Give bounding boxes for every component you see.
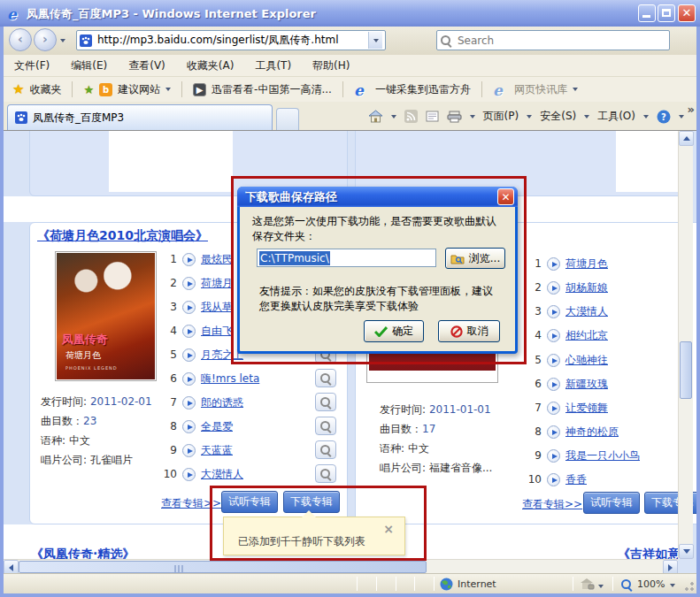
chevron-down-icon[interactable] [643, 115, 649, 119]
next-album-title-clipped[interactable]: 《吉祥如意》 [618, 545, 680, 559]
search-input[interactable] [456, 34, 666, 48]
track-link[interactable]: 神奇的松原 [565, 425, 619, 440]
album-title-link[interactable]: 《荷塘月色2010北京演唱会》 [37, 228, 208, 244]
address-bar[interactable] [76, 30, 386, 50]
track-link[interactable]: 我是一只小小鸟 [565, 448, 640, 463]
view-album-link[interactable]: 查看专辑>> [522, 497, 582, 512]
play-icon[interactable] [182, 325, 196, 338]
play-icon[interactable] [182, 253, 196, 266]
chevron-down-icon[interactable] [391, 115, 396, 119]
track-link[interactable]: 我从草 [201, 300, 233, 315]
vertical-scroll-thumb[interactable] [680, 341, 692, 399]
dialog-close-button[interactable]: ✕ [497, 188, 514, 205]
track-link[interactable]: 荷塘月 [201, 276, 233, 291]
menu-favorites[interactable]: 收藏夹(A) [187, 58, 235, 73]
tab-active[interactable]: 凤凰传奇_百度MP3 [7, 104, 273, 130]
url-input[interactable] [96, 34, 368, 48]
search-track-button[interactable] [315, 417, 336, 435]
play-icon[interactable] [547, 354, 560, 367]
play-icon[interactable] [182, 277, 196, 290]
maximize-button[interactable] [658, 4, 675, 22]
page-menu-button[interactable]: 页面(P) [483, 109, 519, 124]
home-icon[interactable] [368, 110, 383, 123]
listen-album-button[interactable]: 试听专辑 [583, 492, 640, 514]
track-link[interactable]: 相约北京 [565, 328, 608, 343]
search-track-button[interactable] [315, 369, 336, 387]
print-icon[interactable] [447, 111, 462, 123]
cancel-button[interactable]: 取消 [438, 320, 500, 342]
play-icon[interactable] [547, 425, 560, 439]
help-icon[interactable]: ? [657, 110, 671, 124]
scroll-right-button[interactable] [663, 560, 678, 573]
play-icon[interactable] [182, 396, 196, 409]
track-link[interactable]: 心驰神往 [565, 353, 608, 368]
menu-tools[interactable]: 工具(T) [255, 58, 291, 73]
address-dropdown-button[interactable] [368, 32, 382, 49]
close-button[interactable]: ✕ [678, 4, 696, 22]
track-link[interactable]: 嗨!mrs leta [201, 371, 259, 387]
chevron-down-icon[interactable] [165, 88, 171, 91]
chevron-down-icon[interactable] [598, 585, 604, 588]
play-icon[interactable] [547, 281, 560, 295]
chevron-down-icon[interactable] [670, 584, 675, 587]
toast-close-button[interactable]: × [383, 522, 394, 536]
minimize-button[interactable] [638, 4, 656, 22]
toolbar-overflow-chevron[interactable]: » [688, 103, 695, 116]
tools-menu-button[interactable]: 工具(O) [597, 109, 635, 124]
menu-file[interactable]: 文件(F) [14, 58, 50, 73]
resize-grip[interactable] [684, 581, 695, 592]
safety-menu-button[interactable]: 安全(S) [540, 109, 576, 124]
suggested-sites-button[interactable]: 建议网站 [118, 82, 160, 97]
chevron-down-icon[interactable] [584, 115, 589, 119]
track-link[interactable]: 天蓝蓝 [201, 443, 233, 458]
search-box[interactable] [436, 30, 670, 50]
horizontal-scroll-thumb[interactable] [19, 561, 427, 573]
chevron-down-icon[interactable] [679, 115, 684, 119]
track-link[interactable]: 全是爱 [201, 419, 233, 434]
track-link[interactable]: 大漠情人 [201, 467, 243, 482]
play-icon[interactable] [182, 301, 196, 314]
track-link[interactable]: 荷塘月色 [565, 256, 608, 272]
xunlei-kankan-link[interactable]: 迅雷看看-中国第一高清... [212, 82, 332, 97]
play-icon[interactable] [182, 420, 196, 433]
chevron-down-icon[interactable] [470, 115, 475, 119]
search-track-button[interactable] [315, 464, 336, 483]
play-icon[interactable] [547, 305, 560, 318]
back-button[interactable]: ‹ [9, 28, 32, 51]
chevron-down-icon[interactable] [527, 115, 532, 119]
track-link[interactable]: 大漠情人 [565, 304, 608, 319]
track-link[interactable]: 最炫民 [201, 252, 233, 267]
add-favorite-icon[interactable]: ★ [83, 83, 94, 96]
web-slices-button[interactable]: 网页快讯库 [514, 82, 567, 97]
search-track-button[interactable] [315, 393, 336, 411]
play-icon[interactable] [182, 372, 196, 386]
browse-button[interactable]: 浏览... [445, 248, 505, 269]
play-icon[interactable] [182, 468, 196, 481]
scroll-up-button[interactable] [679, 131, 694, 146]
play-icon[interactable] [547, 257, 560, 271]
album-cover[interactable]: 凤凰传奇 荷塘月色 PHOENIX LEGEND [55, 251, 157, 381]
xunlei-collect-link[interactable]: 一键采集到迅雷方舟 [375, 82, 471, 97]
play-icon[interactable] [547, 378, 560, 391]
track-link[interactable]: 胡杨新娘 [565, 280, 608, 295]
new-tab-stub[interactable] [276, 108, 299, 130]
chevron-down-icon[interactable] [573, 88, 578, 91]
forward-button[interactable]: › [34, 28, 57, 51]
play-icon[interactable] [547, 329, 560, 342]
scroll-left-button[interactable] [4, 560, 19, 573]
dialog-title-bar[interactable]: 下载歌曲保存路径 ✕ [237, 187, 518, 207]
horizontal-scrollbar[interactable] [4, 559, 678, 573]
track-link[interactable]: 郎的诱惑 [201, 395, 243, 410]
next-album-title-clipped[interactable]: 《凤凰传奇·精选》 [31, 545, 181, 559]
track-link[interactable]: 新疆玫瑰 [565, 377, 608, 392]
track-link[interactable]: 自由飞 [201, 324, 233, 339]
menu-edit[interactable]: 编辑(E) [71, 58, 107, 73]
menu-view[interactable]: 查看(V) [128, 58, 165, 73]
favorites-button[interactable]: 收藏夹 [29, 82, 61, 97]
play-icon[interactable] [547, 449, 560, 463]
search-track-button[interactable] [315, 440, 336, 459]
save-path-input[interactable]: C:\TTPmusic\ [257, 249, 436, 267]
scroll-down-button[interactable] [679, 544, 694, 559]
track-link[interactable]: 让爱领舞 [565, 401, 608, 416]
read-mail-icon[interactable] [426, 111, 439, 122]
